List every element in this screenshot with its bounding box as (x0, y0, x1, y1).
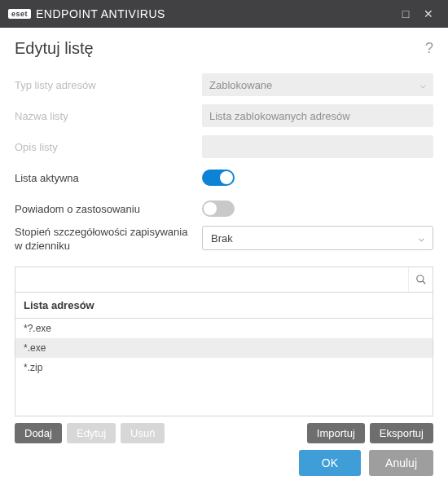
search-input[interactable] (15, 267, 433, 292)
list-header: Lista adresów (15, 293, 433, 319)
notify-label: Powiadom o zastosowaniu (15, 203, 202, 215)
svg-point-0 (416, 275, 423, 282)
list-name-field: Lista zablokowanych adresów (202, 104, 433, 127)
list-item[interactable]: *.zip (15, 358, 433, 377)
import-button[interactable]: Importuj (307, 423, 365, 443)
chevron-down-icon: ⌵ (419, 233, 424, 244)
delete-button[interactable]: Usuń (121, 423, 165, 443)
search-icon[interactable] (408, 267, 433, 292)
address-type-label: Typ listy adresów (15, 79, 202, 91)
add-button[interactable]: Dodaj (15, 423, 62, 443)
ok-button[interactable]: OK (299, 450, 361, 476)
address-list[interactable]: *?.exe*.exe*.zip (15, 319, 433, 416)
brand-badge: eset (8, 9, 31, 19)
list-name-label: Nazwa listy (15, 110, 202, 122)
list-name-value: Lista zablokowanych adresów (209, 110, 350, 122)
list-active-label: Lista aktywna (15, 172, 202, 184)
maximize-icon[interactable]: □ (394, 7, 417, 20)
edit-button[interactable]: Edytuj (67, 423, 116, 443)
log-level-select[interactable]: Brak ⌵ (202, 226, 433, 250)
cancel-button[interactable]: Anuluj (369, 450, 433, 476)
export-button[interactable]: Eksportuj (370, 423, 433, 443)
window-titlebar: eset ENDPOINT ANTIVIRUS □ ✕ (0, 0, 448, 28)
address-type-select: Zablokowane ⌵ (202, 73, 433, 96)
notify-toggle[interactable] (202, 200, 235, 217)
chevron-down-icon: ⌵ (420, 80, 426, 90)
list-active-toggle[interactable] (202, 170, 235, 186)
list-item[interactable]: *.exe (15, 338, 433, 358)
page-title: Edytuj listę (15, 39, 94, 58)
svg-line-1 (422, 281, 425, 284)
address-type-value: Zablokowane (209, 79, 272, 91)
help-icon[interactable]: ? (425, 40, 433, 57)
product-title: ENDPOINT ANTIVIRUS (36, 7, 165, 20)
log-level-value: Brak (211, 232, 233, 244)
list-desc-field (202, 135, 433, 158)
close-icon[interactable]: ✕ (417, 7, 440, 20)
list-desc-label: Opis listy (15, 141, 202, 153)
log-level-label: Stopień szczegółowości zapisywania w dzi… (15, 226, 202, 253)
list-item[interactable]: *?.exe (15, 319, 433, 338)
